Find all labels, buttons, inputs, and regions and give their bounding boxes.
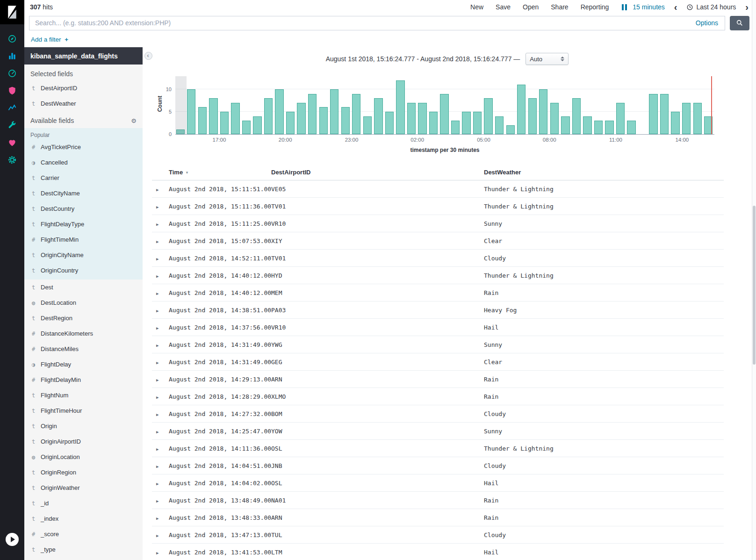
- histogram-bar[interactable]: [473, 112, 482, 134]
- field-item-AvgTicketPrice[interactable]: #AvgTicketPrice: [24, 139, 143, 155]
- expand-row-icon[interactable]: ▶: [152, 533, 158, 538]
- kibana-logo[interactable]: [0, 0, 24, 24]
- field-item-FlightNum[interactable]: tFlightNum: [24, 388, 143, 403]
- expand-row-icon[interactable]: ▶: [152, 239, 158, 244]
- dev-tools-wrench-icon[interactable]: [0, 116, 24, 134]
- histogram-bar[interactable]: [616, 103, 625, 134]
- histogram-bar[interactable]: [682, 103, 691, 134]
- page-scrollbar[interactable]: [752, 0, 756, 560]
- field-item-DestAirportID[interactable]: tDestAirportID: [24, 80, 143, 96]
- expand-row-icon[interactable]: ▶: [152, 257, 158, 261]
- expand-row-icon[interactable]: ▶: [152, 291, 158, 296]
- histogram-bar[interactable]: [429, 112, 438, 134]
- histogram-bar[interactable]: [220, 112, 229, 134]
- field-item-Origin[interactable]: tOrigin: [24, 418, 143, 434]
- expand-row-icon[interactable]: ▶: [152, 464, 158, 469]
- column-header-time[interactable]: Time▼: [169, 165, 271, 180]
- histogram-bar[interactable]: [198, 107, 207, 134]
- histogram-bar[interactable]: [506, 125, 515, 134]
- column-header-destweather[interactable]: DestWeather: [484, 165, 724, 180]
- menu-item-reporting[interactable]: Reporting: [581, 3, 609, 11]
- histogram-bar[interactable]: [385, 112, 394, 134]
- field-item-_score[interactable]: #_score: [24, 526, 143, 542]
- histogram-bar[interactable]: [374, 98, 382, 134]
- expand-row-icon[interactable]: ▶: [152, 360, 158, 365]
- field-item-_type[interactable]: t_type: [24, 542, 143, 557]
- histogram-bar[interactable]: [528, 98, 537, 134]
- refresh-interval-button[interactable]: 15 minutes: [633, 3, 664, 11]
- expand-row-icon[interactable]: ▶: [152, 516, 158, 521]
- expand-row-icon[interactable]: ▶: [152, 378, 158, 382]
- histogram-bar[interactable]: [297, 103, 305, 134]
- collapse-sidebar-icon[interactable]: ‹: [144, 52, 152, 60]
- search-button[interactable]: [730, 16, 749, 30]
- nav-expand-button[interactable]: [6, 533, 19, 546]
- expand-row-icon[interactable]: ▶: [152, 343, 158, 348]
- histogram-bar[interactable]: [550, 103, 559, 134]
- timelion-line-chart-icon[interactable]: [0, 99, 24, 116]
- field-item-FlightTimeHour[interactable]: tFlightTimeHour: [24, 403, 143, 418]
- time-forward-icon[interactable]: ›: [745, 4, 749, 10]
- expand-row-icon[interactable]: ▶: [152, 326, 158, 330]
- field-item-OriginCountry[interactable]: tOriginCountry: [24, 263, 143, 278]
- monitoring-heart-icon[interactable]: [0, 134, 24, 151]
- expand-row-icon[interactable]: ▶: [152, 222, 158, 227]
- field-item-Carrier[interactable]: tCarrier: [24, 170, 143, 186]
- field-item-OriginAirportID[interactable]: tOriginAirportID: [24, 434, 143, 449]
- field-item-FlightTimeMin[interactable]: #FlightTimeMin: [24, 232, 143, 247]
- histogram-bar[interactable]: [649, 94, 657, 134]
- scrollbar-thumb[interactable]: [753, 206, 756, 365]
- menu-item-new[interactable]: New: [470, 3, 483, 11]
- histogram-bar[interactable]: [264, 98, 273, 134]
- index-pattern-selector[interactable]: kibana_sample_data_flights: [24, 47, 143, 65]
- field-item-DestCountry[interactable]: tDestCountry: [24, 201, 143, 216]
- histogram-bar[interactable]: [352, 94, 360, 134]
- histogram-bar[interactable]: [583, 116, 591, 134]
- options-link[interactable]: Options: [689, 19, 725, 27]
- interval-select[interactable]: Auto: [526, 53, 569, 65]
- management-gear-icon[interactable]: [0, 151, 24, 168]
- visualize-bar-chart-icon[interactable]: [0, 47, 24, 65]
- field-item-FlightDelayMin[interactable]: #FlightDelayMin: [24, 372, 143, 388]
- expand-row-icon[interactable]: ▶: [152, 274, 158, 279]
- histogram-bar[interactable]: [308, 94, 317, 134]
- histogram-bar[interactable]: [396, 80, 404, 134]
- expand-row-icon[interactable]: ▶: [152, 447, 158, 452]
- expand-row-icon[interactable]: ▶: [152, 395, 158, 400]
- menu-item-save[interactable]: Save: [496, 3, 511, 11]
- histogram-bar[interactable]: [209, 98, 217, 134]
- menu-item-open[interactable]: Open: [523, 3, 539, 11]
- histogram-bar[interactable]: [484, 98, 492, 134]
- histogram-bar[interactable]: [451, 121, 460, 134]
- expand-row-icon[interactable]: ▶: [152, 412, 158, 417]
- histogram-bar[interactable]: [462, 112, 470, 134]
- histogram-bar[interactable]: [660, 94, 669, 134]
- histogram-bar[interactable]: [594, 121, 603, 134]
- histogram-bar[interactable]: [275, 89, 283, 134]
- histogram-bar[interactable]: [572, 98, 581, 134]
- histogram-bar[interactable]: [253, 116, 261, 134]
- dashboard-gauge-icon[interactable]: [0, 65, 24, 82]
- apm-shield-icon[interactable]: [0, 82, 24, 99]
- histogram-bar[interactable]: [671, 112, 679, 134]
- field-item-DestCityName[interactable]: tDestCityName: [24, 186, 143, 201]
- histogram-bar[interactable]: [242, 121, 251, 134]
- menu-item-share[interactable]: Share: [551, 3, 568, 11]
- histogram-bar[interactable]: [187, 89, 195, 134]
- expand-row-icon[interactable]: ▶: [152, 205, 158, 209]
- field-item-_index[interactable]: t_index: [24, 511, 143, 526]
- histogram-bar[interactable]: [440, 94, 448, 134]
- field-item-OriginCityName[interactable]: tOriginCityName: [24, 247, 143, 263]
- histogram-bar[interactable]: [627, 121, 635, 134]
- field-item-OriginWeather[interactable]: tOriginWeather: [24, 480, 143, 495]
- expand-row-icon[interactable]: ▶: [152, 481, 158, 486]
- histogram-bar[interactable]: [341, 107, 350, 134]
- column-header-destairportid[interactable]: DestAirportID: [271, 165, 484, 180]
- histogram-bar[interactable]: [693, 103, 702, 134]
- field-item-OriginRegion[interactable]: tOriginRegion: [24, 465, 143, 480]
- time-range-button[interactable]: Last 24 hours: [686, 3, 736, 11]
- field-item-DestWeather[interactable]: tDestWeather: [24, 96, 143, 111]
- discover-compass-icon[interactable]: [0, 30, 24, 47]
- expand-row-icon[interactable]: ▶: [152, 430, 158, 434]
- field-item-_id[interactable]: t_id: [24, 495, 143, 511]
